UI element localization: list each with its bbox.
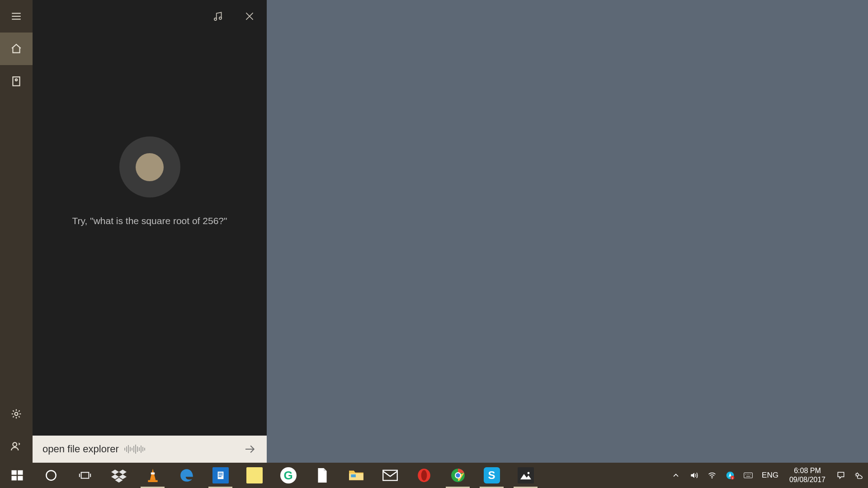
svg-point-4 xyxy=(214,18,217,20)
taskbar-app-edge[interactable] xyxy=(170,463,203,488)
voice-waveform-icon xyxy=(124,445,145,454)
svg-rect-8 xyxy=(11,476,16,480)
tray-touch-keyboard[interactable] xyxy=(739,463,757,488)
taskbar-app-chrome[interactable] xyxy=(441,463,475,488)
taskbar-app-document[interactable] xyxy=(305,463,339,488)
tray-volume[interactable] xyxy=(685,463,703,488)
system-tray: 1 ENG 6:08 PM 09/08/2017 xyxy=(667,463,868,488)
taskbar-app-photos[interactable] xyxy=(509,463,542,488)
cortana-menu-button[interactable] xyxy=(0,0,33,33)
chevron-up-icon xyxy=(671,471,680,480)
cortana-search-box[interactable] xyxy=(33,436,267,463)
taskbar-app-dropbox[interactable] xyxy=(102,463,136,488)
cortana-search-input[interactable] xyxy=(42,443,121,455)
svg-rect-19 xyxy=(148,480,157,482)
feedback-icon xyxy=(10,441,22,452)
gear-icon xyxy=(10,408,22,420)
cortana-submit-button[interactable] xyxy=(241,441,259,458)
tray-action-center[interactable] xyxy=(832,463,850,488)
svg-point-1 xyxy=(15,79,17,81)
svg-rect-6 xyxy=(11,470,16,475)
keyboard-icon xyxy=(744,471,753,480)
taskbar: G S 1 ENG xyxy=(0,463,868,488)
clock-date: 09/08/2017 xyxy=(789,475,826,484)
cortana-circle-icon xyxy=(44,469,58,482)
grammarly-icon: G xyxy=(280,467,297,483)
svg-marker-13 xyxy=(119,469,127,474)
dropbox-icon xyxy=(111,468,127,483)
volume-icon xyxy=(689,471,698,480)
cortana-header xyxy=(33,0,267,33)
svg-rect-7 xyxy=(18,470,23,475)
mail-icon xyxy=(382,469,398,482)
svg-point-2 xyxy=(15,413,18,416)
tray-weather[interactable] xyxy=(850,463,868,488)
svg-marker-32 xyxy=(520,474,531,479)
taskbar-app-sticky-notes[interactable] xyxy=(237,463,271,488)
photos-icon xyxy=(518,467,534,483)
svg-point-28 xyxy=(421,470,427,480)
tray-show-hidden-icons[interactable] xyxy=(667,463,685,488)
vlc-icon xyxy=(145,468,160,483)
opera-icon xyxy=(416,468,432,483)
cortana-panel: Try, "what is the square root of 256?" xyxy=(0,0,267,463)
taskbar-app-opera[interactable] xyxy=(407,463,441,488)
taskbar-app-skype[interactable]: S xyxy=(475,463,509,488)
svg-rect-18 xyxy=(151,473,155,474)
arrow-right-icon xyxy=(243,442,257,456)
notebook-icon xyxy=(10,75,22,87)
svg-text:1: 1 xyxy=(731,477,733,479)
svg-point-3 xyxy=(13,442,17,446)
svg-point-10 xyxy=(46,470,56,480)
chrome-icon xyxy=(450,468,466,483)
taskbar-clock[interactable]: 6:08 PM 09/08/2017 xyxy=(783,466,832,484)
folder-icon xyxy=(348,469,364,482)
svg-rect-21 xyxy=(218,473,222,474)
cortana-listening-ring[interactable] xyxy=(119,136,180,197)
edge-icon xyxy=(179,468,194,483)
svg-point-5 xyxy=(219,17,222,19)
svg-rect-26 xyxy=(383,470,397,481)
taskbar-app-grammarly[interactable]: G xyxy=(271,463,305,488)
cortana-feedback-button[interactable] xyxy=(0,430,33,463)
task-view-icon xyxy=(78,469,92,482)
tray-language-indicator[interactable]: ENG xyxy=(757,463,783,488)
svg-rect-39 xyxy=(744,473,753,478)
tray-location[interactable]: 1 xyxy=(721,463,739,488)
wifi-icon xyxy=(708,471,717,480)
cortana-ring-inner xyxy=(136,153,164,181)
cortana-settings-button[interactable] xyxy=(0,398,33,430)
cortana-sidebar xyxy=(0,0,33,463)
cortana-close-button[interactable] xyxy=(241,7,259,25)
cortana-taskbar-button[interactable] xyxy=(34,463,68,488)
close-icon xyxy=(244,10,255,22)
taskbar-app-file-explorer[interactable] xyxy=(339,463,373,488)
svg-rect-23 xyxy=(218,476,221,477)
svg-point-33 xyxy=(527,472,529,474)
svg-marker-12 xyxy=(111,469,119,474)
page-icon xyxy=(316,468,328,483)
taskbar-app-vlc[interactable] xyxy=(136,463,170,488)
taskbar-app-writer[interactable] xyxy=(203,463,237,488)
start-button[interactable] xyxy=(0,463,34,488)
cortana-body: Try, "what is the square root of 256?" xyxy=(33,33,267,436)
task-view-button[interactable] xyxy=(68,463,102,488)
svg-rect-22 xyxy=(218,474,222,475)
maps-icon: 1 xyxy=(726,471,735,480)
weather-icon xyxy=(854,471,863,480)
action-center-icon xyxy=(836,471,845,480)
cortana-notebook-button[interactable] xyxy=(0,65,33,98)
doc-icon xyxy=(212,467,229,483)
cortana-home-button[interactable] xyxy=(0,33,33,65)
clock-time: 6:08 PM xyxy=(794,466,821,475)
cortana-music-search-button[interactable] xyxy=(209,7,227,25)
sticky-note-icon xyxy=(246,467,263,483)
home-icon xyxy=(10,43,22,55)
taskbar-app-mail[interactable] xyxy=(373,463,407,488)
svg-rect-11 xyxy=(81,472,89,478)
svg-rect-25 xyxy=(351,474,356,477)
music-icon xyxy=(212,10,224,22)
svg-point-34 xyxy=(712,478,712,479)
skype-icon: S xyxy=(484,467,500,483)
tray-wifi[interactable] xyxy=(703,463,721,488)
